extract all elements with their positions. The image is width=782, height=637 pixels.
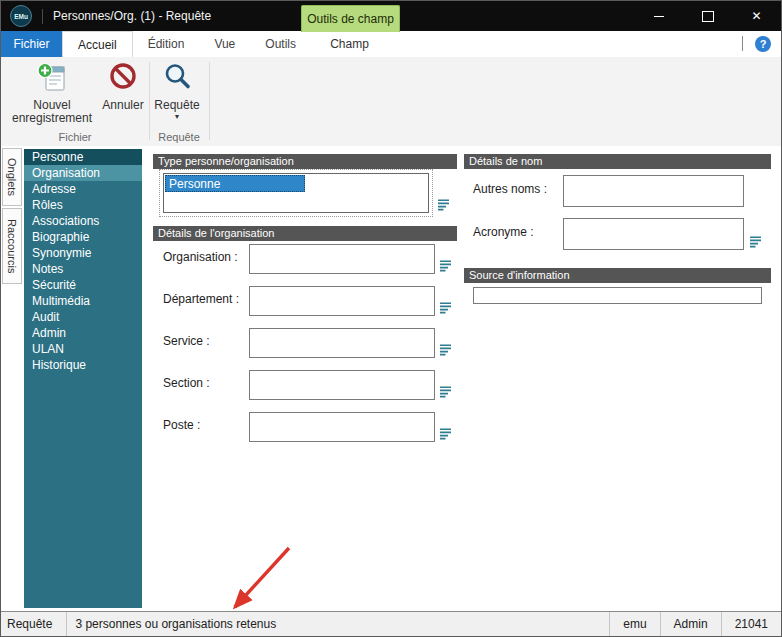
sidebar-item-historique[interactable]: Historique (24, 357, 142, 373)
field-tools-icon (748, 234, 763, 249)
maximize-button[interactable] (683, 1, 732, 31)
close-button[interactable]: ✕ (732, 1, 781, 31)
rail-tab-onglets[interactable]: Onglets (2, 148, 22, 206)
sidebar-item-organisation[interactable]: Organisation (24, 165, 142, 181)
organisation-label: Organisation : (163, 250, 238, 264)
query-label: Requête (154, 99, 199, 112)
ribbon-group-separator (149, 62, 150, 140)
tab-sidebar: Personne Organisation Adresse Rôles Asso… (24, 149, 142, 608)
field-tools-button[interactable] (438, 426, 453, 441)
cancel-button[interactable]: Annuler (99, 61, 147, 133)
ribbon-group-fichier-label: Fichier (1, 131, 149, 143)
poste-label: Poste : (163, 418, 200, 432)
field-tools-icon (438, 258, 453, 273)
cancel-label: Annuler (102, 99, 143, 112)
sidebar-item-biographie[interactable]: Biographie (24, 229, 142, 245)
search-icon (162, 61, 192, 96)
field-tools-icon (438, 426, 453, 441)
minimize-icon (654, 16, 664, 17)
query-button[interactable]: Requête ▾ (151, 61, 203, 133)
status-table-id: 21041 (722, 617, 781, 631)
tab-vue[interactable]: Vue (199, 31, 250, 57)
status-user: emu (610, 617, 659, 631)
main-area: Onglets Raccourcis Personne Organisation… (1, 146, 781, 611)
field-tools-button[interactable] (438, 342, 453, 357)
sidebar-item-securite[interactable]: Sécurité (24, 277, 142, 293)
field-tools-icon (438, 384, 453, 399)
poste-field[interactable] (249, 412, 435, 442)
contextual-tab-outils-de-champ: Outils de champ (301, 5, 400, 32)
ribbon: Nouvel enregistrement Annuler Requête ▾ (1, 57, 781, 147)
type-listbox[interactable]: Personne (163, 173, 429, 213)
new-record-button[interactable]: Nouvel enregistrement (7, 61, 97, 133)
ribbon-utilities: ? (742, 31, 771, 57)
sidebar-item-ulan[interactable]: ULAN (24, 341, 142, 357)
sidebar-item-roles[interactable]: Rôles (24, 197, 142, 213)
autres-noms-label: Autres noms : (473, 182, 547, 196)
field-tools-button[interactable] (438, 384, 453, 399)
source-input[interactable] (473, 287, 762, 304)
tab-fichier[interactable]: Fichier (1, 31, 62, 57)
collapse-ribbon-button[interactable] (742, 37, 743, 51)
field-tools-icon (436, 197, 451, 212)
autres-noms-field[interactable] (563, 175, 744, 207)
ribbon-group-separator (209, 62, 210, 140)
window-title: Personnes/Org. (1) - Requête (53, 9, 211, 23)
rail-tab-raccourcis[interactable]: Raccourcis (2, 208, 22, 284)
field-tools-icon (438, 342, 453, 357)
service-field[interactable] (249, 328, 435, 358)
acronyme-field[interactable] (563, 218, 744, 250)
minimize-button[interactable] (634, 1, 683, 31)
departement-field[interactable] (249, 286, 435, 316)
sidebar-item-admin[interactable]: Admin (24, 325, 142, 341)
status-mode: Requête (1, 617, 66, 631)
query-dropdown-arrow[interactable]: ▾ (175, 113, 179, 121)
status-message: 3 personnes ou organisations retenus (67, 617, 288, 631)
service-label: Service : (163, 334, 210, 348)
sidebar-item-personne[interactable]: Personne (24, 149, 142, 165)
section-header-source: Source d'information (464, 268, 771, 283)
acronyme-label: Acronyme : (473, 225, 534, 239)
section-header-organisation: Détails de l'organisation (153, 226, 457, 241)
section-field[interactable] (249, 370, 435, 400)
organisation-field[interactable] (249, 244, 435, 274)
field-tools-icon (438, 300, 453, 315)
section-header-nom: Détails de nom (464, 154, 771, 169)
status-bar: Requête 3 personnes ou organisations ret… (1, 611, 781, 636)
type-listbox-selected-row[interactable]: Personne (165, 175, 305, 192)
maximize-icon (702, 11, 714, 22)
new-record-icon (36, 61, 68, 96)
cancel-icon (108, 61, 138, 96)
field-tools-button[interactable] (436, 197, 451, 212)
sidebar-item-adresse[interactable]: Adresse (24, 181, 142, 197)
field-tools-button[interactable] (438, 300, 453, 315)
chevron-up-icon (742, 36, 743, 51)
tab-edition[interactable]: Édition (133, 31, 200, 57)
new-record-label: Nouvel enregistrement (7, 99, 97, 125)
window-controls: ✕ (634, 1, 781, 31)
sidebar-item-synonymie[interactable]: Synonymie (24, 245, 142, 261)
sidebar-item-associations[interactable]: Associations (24, 213, 142, 229)
sidebar-item-multimedia[interactable]: Multimédia (24, 293, 142, 309)
help-button[interactable]: ? (755, 36, 771, 52)
tab-accueil[interactable]: Accueil (62, 31, 133, 57)
section-header-type: Type personne/organisation (153, 154, 457, 169)
ribbon-group-requete-label: Requête (149, 131, 209, 143)
tab-champ[interactable]: Champ (301, 31, 398, 57)
status-group: Admin (661, 617, 721, 631)
app-window: EMu Personnes/Org. (1) - Requête ✕ Outil… (0, 0, 782, 637)
field-tools-button[interactable] (748, 234, 763, 249)
field-tools-button[interactable] (438, 258, 453, 273)
sidebar-item-notes[interactable]: Notes (24, 261, 142, 277)
status-right-group: emu Admin 21041 (609, 612, 781, 636)
section-label: Section : (163, 376, 210, 390)
emu-logo-icon: EMu (10, 5, 32, 27)
sidebar-item-audit[interactable]: Audit (24, 309, 142, 325)
departement-label: Département : (163, 292, 239, 306)
titlebar-divider (42, 9, 43, 24)
